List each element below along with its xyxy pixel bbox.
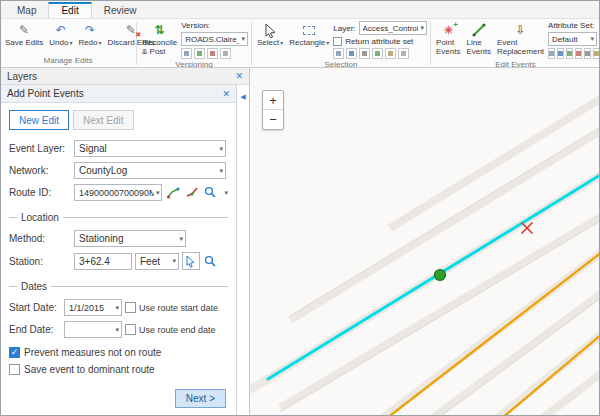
- save-dominant-route-label: Save event to dominant route: [24, 364, 155, 375]
- red-cross-icon: ✖: [135, 30, 141, 39]
- chevron-down-icon[interactable]: ▾: [224, 189, 228, 197]
- ribbon: ✎ Save Edits ↶ Undo▾ ↷ Redo▾ ✎✖ Discard …: [1, 19, 599, 68]
- tab-map[interactable]: Map: [5, 3, 48, 18]
- tab-edit[interactable]: Edit: [48, 2, 91, 18]
- chevron-down-icon: ▾: [179, 235, 183, 243]
- select-label: Select▾: [257, 38, 283, 48]
- point-events-icon: ✳+: [444, 22, 453, 38]
- versioning-tool-icon-4[interactable]: [220, 48, 231, 59]
- route-pick-icon[interactable]: [165, 185, 181, 201]
- start-date-input[interactable]: 1/1/2015 ▾: [64, 299, 122, 316]
- selection-tool-icon-4[interactable]: [372, 48, 383, 59]
- undo-icon: ↶: [56, 22, 66, 38]
- app-window: Map Edit Review ✎ Save Edits ↶ Undo▾ ↷ R…: [0, 0, 600, 416]
- rectangle-label: Rectangle▾: [289, 38, 329, 48]
- route-id-combo[interactable]: 14900000700090M01 ▾: [74, 184, 162, 201]
- line-events-button[interactable]: LineEvents: [464, 21, 492, 57]
- add-point-events-header: Add Point Events ✕: [1, 85, 236, 103]
- method-label: Method:: [9, 233, 71, 244]
- group-divider: [430, 22, 431, 65]
- selection-tool-icon-3[interactable]: [359, 48, 370, 59]
- layer-value: Access_Control: [363, 24, 419, 33]
- method-select[interactable]: Stationing ▾: [74, 230, 186, 247]
- selection-tool-icon-1[interactable]: [333, 48, 344, 59]
- edit-events-tool-icon-1[interactable]: [548, 48, 555, 59]
- close-icon[interactable]: ✕: [235, 71, 243, 81]
- ribbon-tabstrip: Map Edit Review: [1, 1, 599, 19]
- zoom-in-button[interactable]: +: [263, 91, 283, 110]
- zoom-out-button[interactable]: −: [263, 110, 283, 129]
- collapse-panel-icon[interactable]: ◀: [240, 93, 245, 415]
- line-events-label: LineEvents: [466, 38, 490, 56]
- rectangle-button[interactable]: Rectangle▾: [287, 21, 331, 49]
- chevron-down-icon: ▾: [280, 40, 283, 46]
- rectangle-icon: [303, 22, 315, 38]
- layers-panel-header: Layers ✕: [1, 68, 249, 85]
- event-layer-label: Event Layer:: [9, 143, 71, 154]
- save-edits-button[interactable]: ✎ Save Edits: [3, 21, 45, 48]
- pick-location-on-map-button[interactable]: [182, 252, 200, 270]
- reconcile-post-button[interactable]: ⇅ Reconcile& Post: [140, 21, 179, 57]
- event-replacement-button[interactable]: ⇩ EventReplacement: [495, 21, 546, 57]
- prevent-measures-checkbox[interactable]: ✓: [9, 347, 20, 358]
- map-view[interactable]: + −: [249, 68, 599, 415]
- chevron-down-icon: ▾: [115, 326, 119, 334]
- edit-events-tool-icon-2[interactable]: [557, 48, 564, 59]
- chevron-down-icon: ▾: [172, 257, 176, 265]
- select-button[interactable]: Select▾: [255, 21, 285, 49]
- event-replacement-label: EventReplacement: [497, 38, 544, 56]
- start-date-label: Start Date:: [9, 302, 61, 313]
- use-route-end-date-checkbox[interactable]: [125, 324, 136, 335]
- selection-tool-icon-5[interactable]: [385, 48, 396, 59]
- edit-events-tool-icon-5[interactable]: [584, 48, 591, 59]
- next-edit-button[interactable]: Next Edit: [73, 110, 134, 130]
- group-label-manage-edits: Manage Edits: [3, 55, 133, 67]
- point-events-button[interactable]: ✳+ PointEvents: [434, 21, 462, 57]
- new-edit-button[interactable]: New Edit: [9, 110, 69, 130]
- next-button[interactable]: Next >: [175, 389, 226, 408]
- layer-select[interactable]: Access_Control ▾: [359, 21, 427, 35]
- panel-collapse-strip: ◀: [237, 85, 249, 415]
- network-select[interactable]: CountyLog ▾: [74, 162, 226, 179]
- use-route-start-date-checkbox[interactable]: [125, 302, 136, 313]
- attribute-set-select[interactable]: Default ▾: [548, 32, 597, 46]
- main-area: Layers ✕ Add Point Events ✕ New Edit Nex…: [1, 68, 599, 415]
- event-point-marker[interactable]: [435, 270, 446, 281]
- zoom-to-route-icon[interactable]: [203, 185, 219, 201]
- prevent-measures-label: Prevent measures not on route: [24, 347, 161, 358]
- station-input[interactable]: 3+62.4: [74, 253, 132, 270]
- edit-events-tool-icon-6[interactable]: [593, 48, 600, 59]
- versioning-tool-icon-1[interactable]: [181, 48, 192, 59]
- group-selection: Select▾ Rectangle▾ Layer: Access_Control…: [255, 20, 427, 67]
- undo-button[interactable]: ↶ Undo▾: [47, 21, 74, 49]
- station-value: 3+62.4: [79, 256, 110, 267]
- chevron-down-icon: ▾: [420, 24, 424, 32]
- edit-events-tool-icon-3[interactable]: [566, 48, 573, 59]
- end-date-input[interactable]: ▾: [64, 321, 122, 338]
- checkbox-icon: [333, 37, 342, 46]
- redo-button[interactable]: ↷ Redo▾: [76, 21, 103, 49]
- chevron-down-icon: ▾: [219, 167, 223, 175]
- version-value: ROADS.Claire_Reg: [185, 35, 239, 44]
- save-dominant-route-checkbox[interactable]: [9, 364, 20, 375]
- return-attribute-set-checkbox[interactable]: Return attribute set: [333, 37, 427, 46]
- versioning-tool-icon-3[interactable]: [207, 48, 218, 59]
- map-zoom-control: + −: [262, 90, 284, 130]
- tab-review[interactable]: Review: [92, 3, 149, 18]
- close-icon[interactable]: ✕: [222, 89, 230, 99]
- versioning-tool-icon-2[interactable]: [194, 48, 205, 59]
- zoom-to-location-icon[interactable]: [203, 253, 219, 269]
- station-unit-select[interactable]: Feet ▾: [135, 253, 179, 270]
- selection-tool-icon-2[interactable]: [346, 48, 357, 59]
- edit-events-tool-icon-4[interactable]: [575, 48, 582, 59]
- route-trace-icon[interactable]: [184, 185, 200, 201]
- plus-icon: +: [453, 20, 458, 29]
- selection-tool-icon-6[interactable]: [398, 48, 409, 59]
- event-layer-select[interactable]: Signal ▾: [74, 140, 226, 157]
- save-edits-label: Save Edits: [5, 38, 43, 47]
- chevron-down-icon: ▾: [69, 40, 72, 46]
- version-select[interactable]: ROADS.Claire_Reg ▾: [181, 32, 248, 46]
- group-versioning-content: ⇅ Reconcile& Post Version: ROADS.Claire_…: [140, 20, 248, 59]
- point-events-label: PointEvents: [436, 38, 460, 56]
- map-canvas: [250, 68, 599, 415]
